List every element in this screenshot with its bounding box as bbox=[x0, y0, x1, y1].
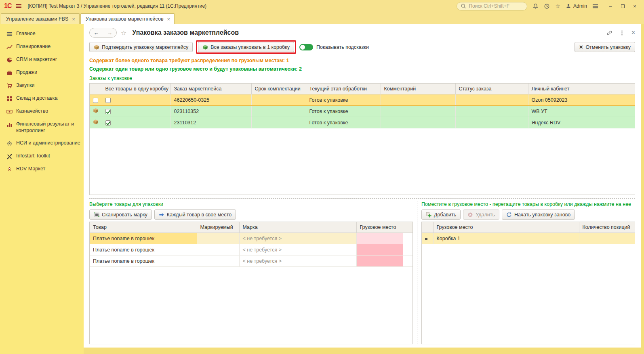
order-row[interactable]: 23110312 Готов к упаковке Яндекс RDV bbox=[90, 117, 635, 128]
global-search[interactable] bbox=[457, 2, 527, 10]
sidebar-item-planning[interactable]: Планирование bbox=[0, 40, 84, 53]
pack-all-in-one-box-button[interactable]: Все заказы упаковать в 1 коробку bbox=[198, 42, 294, 52]
favorite-star-icon[interactable]: ☆ bbox=[121, 29, 126, 37]
stage-cell[interactable]: Готов к упаковке bbox=[306, 94, 381, 106]
column-header[interactable]: Маркируемый bbox=[197, 222, 239, 233]
back-button[interactable]: ← bbox=[90, 28, 103, 37]
product-name-cell[interactable]: Платье noname в горошек bbox=[90, 233, 197, 244]
stage-cell[interactable]: Готов к упаковке bbox=[306, 106, 381, 117]
checkbox-unchecked[interactable] bbox=[105, 98, 111, 103]
search-input[interactable] bbox=[469, 3, 523, 9]
current-row-marker-cell[interactable] bbox=[422, 233, 433, 244]
more-menu-icon[interactable] bbox=[619, 30, 625, 36]
close-form-icon[interactable]: × bbox=[631, 29, 635, 36]
product-cargo-cell[interactable] bbox=[356, 256, 403, 267]
product-name-cell[interactable]: Платье noname в горошек bbox=[90, 256, 197, 267]
product-marked-cell[interactable] bbox=[197, 256, 239, 267]
column-header[interactable]: Все товары в одну коробку bbox=[102, 84, 170, 94]
column-header[interactable]: Марка bbox=[239, 222, 356, 233]
row-flag-cell[interactable] bbox=[90, 94, 102, 106]
history-button[interactable] bbox=[544, 3, 550, 9]
confirm-packing-button[interactable]: Подтвердить упаковку маркетплейсу bbox=[89, 42, 193, 52]
column-header[interactable]: Грузовое место bbox=[433, 222, 579, 233]
stage-cell[interactable]: Готов к упаковке bbox=[306, 117, 381, 128]
product-row[interactable]: Платье noname в горошек < не требуется > bbox=[90, 244, 412, 256]
product-cargo-cell[interactable] bbox=[356, 233, 403, 244]
sidebar-item-admin[interactable]: НСИ и администрирование bbox=[0, 137, 84, 150]
product-end-cell[interactable] bbox=[403, 233, 412, 244]
all-in-one-box-cell[interactable] bbox=[102, 106, 170, 117]
row-flag-cell[interactable] bbox=[90, 106, 102, 117]
product-mark-cell[interactable]: < не требуется > bbox=[239, 233, 356, 244]
tab-orders-fbs[interactable]: Управление заказами FBS × bbox=[1, 13, 80, 24]
notifications-button[interactable] bbox=[532, 3, 539, 9]
user-menu[interactable]: Admin bbox=[566, 3, 587, 9]
comment-cell[interactable] bbox=[381, 117, 455, 128]
deadline-cell[interactable] bbox=[251, 106, 306, 117]
product-name-cell[interactable]: Платье noname в горошек bbox=[90, 244, 197, 256]
product-cargo-cell[interactable] bbox=[356, 244, 403, 256]
column-header[interactable]: Грузовое место bbox=[356, 222, 403, 233]
sidebar-item-sales[interactable]: Продажи bbox=[0, 66, 84, 79]
scan-mark-button[interactable]: Сканировать марку bbox=[89, 209, 152, 220]
product-end-cell[interactable] bbox=[403, 244, 412, 256]
product-mark-cell[interactable]: < не требуется > bbox=[239, 244, 356, 256]
order-number-cell[interactable]: 023110352 bbox=[170, 106, 251, 117]
cabinet-cell[interactable]: WB УТ bbox=[528, 106, 635, 117]
column-header[interactable]: Комментарий bbox=[381, 84, 455, 94]
tab-close-icon[interactable]: × bbox=[167, 16, 170, 22]
column-header[interactable]: Текущий этап обработки bbox=[306, 84, 381, 94]
cabinet-cell[interactable]: Яндекс RDV bbox=[528, 117, 635, 128]
all-in-one-box-cell[interactable] bbox=[102, 117, 170, 128]
column-header[interactable]: Количество позиций bbox=[579, 222, 635, 233]
status-cell[interactable] bbox=[455, 106, 528, 117]
favorites-button[interactable]: ☆ bbox=[555, 3, 560, 9]
sidebar-item-warehouse[interactable]: Склад и доставка bbox=[0, 92, 84, 105]
deadline-cell[interactable] bbox=[251, 117, 306, 128]
order-number-cell[interactable]: 46220650-0325 bbox=[170, 94, 251, 106]
comment-cell[interactable] bbox=[381, 94, 455, 106]
cargo-name-cell[interactable]: Коробка 1 bbox=[433, 233, 579, 244]
checkbox-checked[interactable] bbox=[105, 109, 111, 114]
column-header[interactable]: Срок комплектации bbox=[251, 84, 306, 94]
status-cell[interactable] bbox=[455, 94, 528, 106]
maximize-button[interactable] bbox=[617, 2, 628, 10]
minimize-button[interactable]: – bbox=[605, 2, 616, 10]
each-item-own-place-button[interactable]: Каждый товар в свое место bbox=[154, 209, 236, 220]
order-number-cell[interactable]: 23110312 bbox=[170, 117, 251, 128]
product-marked-cell[interactable] bbox=[197, 233, 239, 244]
all-in-one-box-cell[interactable] bbox=[102, 94, 170, 106]
service-menu-button[interactable] bbox=[592, 3, 598, 9]
column-header[interactable]: Заказ маркетплейса bbox=[170, 84, 251, 94]
cargo-row[interactable]: Коробка 1 bbox=[422, 233, 635, 244]
column-header[interactable]: Личный кабинет bbox=[528, 84, 635, 94]
cabinet-cell[interactable]: Ozon 05092023 bbox=[528, 94, 635, 106]
delete-cargo-button[interactable]: Удалить bbox=[463, 209, 499, 220]
restart-packing-button[interactable]: Начать упаковку заново bbox=[502, 209, 575, 220]
sidebar-item-infostart[interactable]: Infostart Toolkit bbox=[0, 150, 84, 163]
row-checkbox-unchecked[interactable] bbox=[93, 98, 98, 103]
column-header[interactable]: Товар bbox=[90, 222, 197, 233]
sidebar-item-finance[interactable]: Финансовый результат и контроллинг bbox=[0, 118, 84, 137]
product-row[interactable]: Платье noname в горошек < не требуется > bbox=[90, 233, 412, 244]
cancel-packing-button[interactable]: ✕ Отменить упаковку bbox=[575, 42, 635, 52]
product-row[interactable]: Платье noname в горошек < не требуется > bbox=[90, 256, 412, 267]
order-row[interactable]: 023110352 Готов к упаковке WB УТ bbox=[90, 106, 635, 117]
checkbox-checked[interactable] bbox=[105, 120, 111, 126]
status-cell[interactable] bbox=[455, 117, 528, 128]
tab-close-icon[interactable]: × bbox=[72, 16, 75, 22]
sidebar-item-treasury[interactable]: Казначейство bbox=[0, 105, 84, 118]
main-menu-icon[interactable] bbox=[15, 3, 22, 9]
add-cargo-button[interactable]: Добавить bbox=[421, 209, 461, 220]
tab-packing[interactable]: Упаковка заказов маркетплейсов × bbox=[80, 13, 175, 24]
comment-cell[interactable] bbox=[381, 106, 455, 117]
row-flag-cell[interactable] bbox=[90, 117, 102, 128]
sidebar-item-main[interactable]: Главное bbox=[0, 27, 84, 40]
cargo-count-cell[interactable] bbox=[579, 233, 635, 244]
sidebar-item-crm[interactable]: CRM и маркетинг bbox=[0, 53, 84, 66]
deadline-cell[interactable] bbox=[251, 94, 306, 106]
flag-column-header[interactable] bbox=[90, 84, 102, 94]
product-mark-cell[interactable]: < не требуется > bbox=[239, 256, 356, 267]
forward-button[interactable]: → bbox=[103, 28, 116, 37]
close-window-button[interactable]: × bbox=[629, 2, 640, 10]
